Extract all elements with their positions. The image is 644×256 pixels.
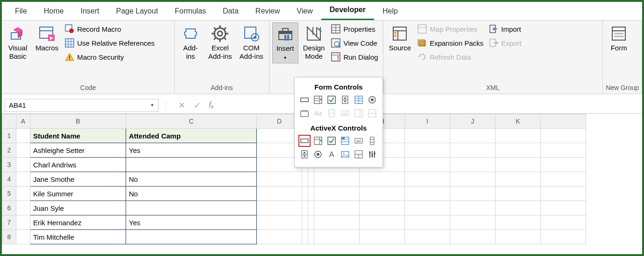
cell[interactable] [405,172,450,187]
cell[interactable] [314,172,360,187]
cell[interactable]: Attended Camp [126,129,257,143]
cell[interactable] [541,172,586,187]
cell[interactable] [495,172,541,187]
row-header[interactable]: 2 [2,143,16,158]
cell[interactable] [314,201,360,215]
row-header[interactable]: 5 [2,187,16,201]
form-button[interactable]: Form [606,22,632,54]
cell[interactable]: Tim Mitchelle [30,230,126,244]
macros-button[interactable]: Macros [33,22,61,54]
activex-image-control[interactable] [339,148,351,160]
macro-security-button[interactable]: ! Macro Security [63,51,156,62]
cell[interactable] [314,230,360,244]
cell[interactable]: No [126,187,257,201]
import-button[interactable]: Import [487,23,523,35]
column-header[interactable]: C [126,114,257,129]
cell[interactable] [126,201,257,215]
fx-icon[interactable]: fx [209,101,213,110]
cell[interactable]: No [126,172,257,187]
cell[interactable] [308,215,314,230]
cell[interactable] [257,172,302,187]
excel-addins-button[interactable]: Excel Add-ins [205,22,235,62]
column-header[interactable]: K [495,114,541,129]
cell[interactable] [405,215,450,230]
column-header[interactable]: J [450,114,495,129]
expansion-packs-button[interactable]: Expansion Packs [416,37,485,48]
cell[interactable] [16,201,30,215]
name-box[interactable]: AB41 ▼ [5,99,159,112]
column-header[interactable]: A [16,114,30,129]
cell[interactable]: Student Name [30,129,126,143]
row-header[interactable]: 4 [2,172,16,187]
tab-home[interactable]: Home [35,3,72,20]
cell[interactable] [405,129,450,143]
form-spin-control[interactable] [339,94,351,106]
cell[interactable]: Yes [126,143,257,158]
row-header[interactable]: 1 [2,129,16,143]
cell[interactable] [541,129,586,143]
cell[interactable]: Jane Smothe [30,172,126,187]
activex-spin-control[interactable] [298,148,311,160]
cell[interactable] [257,187,302,201]
column-header[interactable] [541,114,586,129]
activex-more-control[interactable] [366,148,378,160]
chevron-down-icon[interactable]: ▼ [150,103,155,108]
cell[interactable] [450,129,495,143]
cell[interactable]: Charl Andriws [30,158,126,172]
cell[interactable] [405,187,450,201]
form-list-control[interactable] [353,94,365,106]
cell[interactable]: Ashleighe Setter [30,143,126,158]
form-option-control[interactable] [366,94,378,106]
cell[interactable] [495,215,541,230]
activex-option-control[interactable] [312,148,324,160]
cell[interactable] [16,158,30,172]
cell[interactable] [257,201,302,215]
activex-checkbox-control[interactable] [326,135,338,147]
cell[interactable] [314,215,360,230]
use-relative-button[interactable]: Use Relative References [63,37,156,48]
cell[interactable] [495,129,541,143]
source-button[interactable]: Source [386,22,414,54]
cell[interactable] [450,230,495,244]
cell[interactable] [450,187,495,201]
tab-formulas[interactable]: Formulas [166,3,214,20]
activex-scroll-control[interactable] [366,135,378,147]
cell[interactable]: Erik Hernandez [30,215,126,230]
activex-label-control[interactable]: A [326,148,338,160]
cell[interactable] [405,158,450,172]
run-dialog-button[interactable]: ! Run Dialog [329,51,380,62]
cell[interactable] [541,143,586,158]
visual-basic-button[interactable]: Visual Basic [5,22,31,62]
tab-view[interactable]: View [288,3,321,20]
cell[interactable] [450,172,495,187]
activex-button-control[interactable] [298,135,311,147]
cell[interactable] [405,230,450,244]
row-header[interactable]: 3 [2,158,16,172]
row-header[interactable]: 6 [2,201,16,215]
form-combo-control[interactable] [312,94,324,106]
tab-developer[interactable]: Developer [321,2,374,20]
cell[interactable] [495,187,541,201]
cell[interactable] [450,143,495,158]
cell[interactable] [16,230,30,244]
cell[interactable] [360,187,405,201]
cell[interactable] [541,215,586,230]
cell[interactable] [16,215,30,230]
cell[interactable] [541,201,586,215]
cell[interactable] [495,158,541,172]
cell[interactable] [405,201,450,215]
form-checkbox-control[interactable] [326,94,338,106]
cell[interactable] [126,158,257,172]
cell[interactable] [360,230,405,244]
cell[interactable] [16,172,30,187]
cell[interactable] [257,230,302,244]
activex-list-control[interactable] [339,135,351,147]
cell[interactable] [450,158,495,172]
cell[interactable] [360,215,405,230]
row-header[interactable]: 8 [2,230,16,244]
row-header[interactable]: 7 [2,215,16,230]
cell[interactable] [308,172,314,187]
activex-toggle-control[interactable] [353,148,365,160]
form-button-control[interactable] [298,94,311,106]
cell[interactable]: Juan Syle [30,201,126,215]
